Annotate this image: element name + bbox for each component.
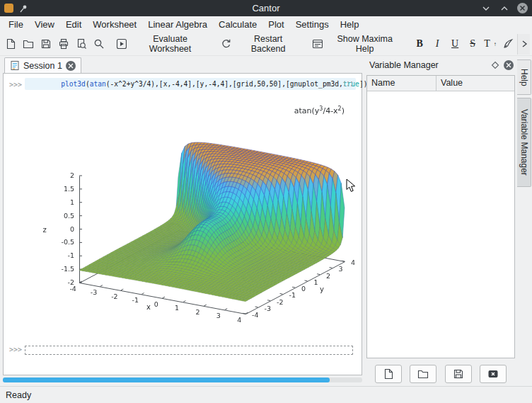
italic-label: I bbox=[436, 38, 439, 50]
clear-variables-button[interactable] bbox=[480, 365, 507, 383]
window-title: Cantor bbox=[0, 3, 532, 13]
folder-icon bbox=[23, 38, 34, 50]
empty-command-entry[interactable] bbox=[25, 346, 353, 355]
status-text: Ready bbox=[6, 390, 31, 400]
new-variable-button[interactable] bbox=[375, 365, 402, 383]
menubar: File View Edit Worksheet Linear Algebra … bbox=[0, 16, 532, 33]
new-button[interactable] bbox=[2, 36, 19, 52]
menu-linear-algebra[interactable]: Linear Algebra bbox=[142, 16, 213, 33]
session-tab-icon bbox=[10, 60, 20, 71]
horizontal-scrollbar-thumb[interactable] bbox=[3, 378, 330, 382]
new-variable-icon bbox=[383, 368, 394, 380]
italic-button[interactable]: I bbox=[429, 36, 446, 52]
menu-settings[interactable]: Settings bbox=[290, 16, 335, 33]
load-variables-button[interactable] bbox=[410, 365, 436, 383]
show-maxima-help-button[interactable]: Show Maxima Help bbox=[309, 32, 405, 56]
code-segment: atan bbox=[90, 80, 106, 88]
command-prompt-1: >>> bbox=[9, 81, 22, 89]
bold-button[interactable]: B bbox=[411, 36, 428, 52]
save-variables-button[interactable] bbox=[445, 365, 472, 383]
folder-icon bbox=[417, 368, 429, 380]
save-button[interactable] bbox=[37, 36, 54, 52]
side-panel-strip: Help Variable Manager bbox=[516, 57, 532, 386]
horizontal-scrollbar-track[interactable] bbox=[3, 378, 362, 382]
menu-file[interactable]: File bbox=[3, 16, 29, 33]
quill-icon bbox=[502, 38, 514, 50]
titlebar: Cantor bbox=[0, 0, 532, 16]
tab-close-button[interactable] bbox=[66, 61, 76, 71]
session-tab-label: Session 1 bbox=[23, 61, 62, 71]
side-tab-variable-manager[interactable]: Variable Manager bbox=[517, 98, 531, 187]
find-button[interactable] bbox=[91, 36, 108, 52]
restart-icon bbox=[221, 38, 232, 50]
open-button[interactable] bbox=[20, 36, 37, 52]
toolbar: Evaluate Worksheet Restart Backend Show … bbox=[0, 33, 532, 56]
panel-close-icon bbox=[506, 62, 511, 68]
menu-help[interactable]: Help bbox=[335, 16, 365, 33]
underline-button[interactable]: U bbox=[446, 36, 463, 52]
code-segment: (-x^2+y^3/4),[x,-4,4],[y,-4,4],[grid,50,… bbox=[106, 80, 343, 88]
print-preview-icon bbox=[76, 38, 87, 50]
search-icon bbox=[93, 38, 105, 50]
worksheet-tabbar: Session 1 bbox=[3, 57, 362, 73]
bold-label: B bbox=[417, 38, 423, 50]
toolbar-overflow-button[interactable] bbox=[517, 34, 530, 55]
evaluate-worksheet-label: Evaluate Worksheet bbox=[131, 34, 209, 54]
show-maxima-help-label: Show Maxima Help bbox=[327, 34, 403, 54]
print-icon bbox=[58, 38, 69, 50]
restart-backend-button[interactable]: Restart Backend bbox=[218, 32, 303, 56]
underline-label: U bbox=[451, 38, 458, 50]
superscript-mark: ↑ bbox=[494, 41, 497, 47]
text-color-button[interactable] bbox=[499, 36, 516, 52]
entry-drag-handle-icon[interactable] bbox=[343, 81, 353, 87]
menu-edit[interactable]: Edit bbox=[60, 16, 87, 33]
command-prompt-2: >>> bbox=[9, 346, 22, 353]
tab-session-1[interactable]: Session 1 bbox=[4, 57, 81, 73]
panel-close-button[interactable] bbox=[504, 60, 514, 70]
tab-close-icon bbox=[68, 63, 74, 69]
menu-calculate[interactable]: Calculate bbox=[213, 16, 262, 33]
code-segment: plot3d bbox=[61, 80, 86, 88]
column-header-value[interactable]: Value bbox=[436, 76, 467, 91]
play-icon bbox=[116, 38, 127, 50]
minimize-button[interactable] bbox=[480, 3, 492, 14]
print-button[interactable] bbox=[55, 36, 72, 52]
column-header-name[interactable]: Name bbox=[367, 76, 436, 91]
variable-manager-toolbar bbox=[366, 364, 515, 384]
chevron-right-icon bbox=[521, 40, 528, 48]
restart-backend-label: Restart Backend bbox=[236, 34, 301, 54]
float-panel-icon[interactable] bbox=[491, 61, 499, 69]
plot3d-canvas bbox=[21, 95, 358, 329]
side-tab-help[interactable]: Help bbox=[517, 59, 531, 95]
maximize-button[interactable] bbox=[499, 3, 510, 14]
menu-view[interactable]: View bbox=[29, 16, 60, 33]
new-document-icon bbox=[5, 38, 16, 50]
variable-table: Name Value bbox=[366, 75, 515, 358]
menu-plot[interactable]: Plot bbox=[262, 16, 289, 33]
plot-output bbox=[21, 95, 358, 329]
save-icon bbox=[40, 38, 52, 50]
variable-table-header: Name Value bbox=[367, 76, 514, 91]
print-preview-button[interactable] bbox=[73, 36, 90, 52]
save-icon bbox=[453, 368, 464, 380]
evaluate-worksheet-button[interactable]: Evaluate Worksheet bbox=[113, 32, 212, 56]
superscript-label: T bbox=[484, 38, 490, 50]
variable-manager-title: Variable Manager bbox=[366, 60, 439, 70]
strikethrough-label: S bbox=[470, 38, 475, 50]
menu-worksheet[interactable]: Worksheet bbox=[87, 16, 142, 33]
variable-manager-header: Variable Manager bbox=[366, 58, 515, 72]
superscript-button[interactable]: T↑ bbox=[482, 36, 499, 52]
cantor-window: Cantor File View Edit Worksheet Linear A… bbox=[0, 0, 532, 403]
worksheet-view: >>> plot3d(atan(-x^2+y^3/4),[x,-4,4],[y,… bbox=[3, 73, 362, 375]
clear-icon bbox=[487, 368, 499, 380]
mouse-cursor bbox=[346, 178, 356, 193]
close-button[interactable] bbox=[517, 3, 528, 13]
maxima-help-icon bbox=[312, 38, 323, 50]
command-entry[interactable]: plot3d(atan(-x^2+y^3/4),[x,-4,4],[y,-4,4… bbox=[25, 78, 356, 90]
statusbar: Ready bbox=[0, 386, 532, 403]
strikethrough-button[interactable]: S bbox=[464, 36, 481, 52]
